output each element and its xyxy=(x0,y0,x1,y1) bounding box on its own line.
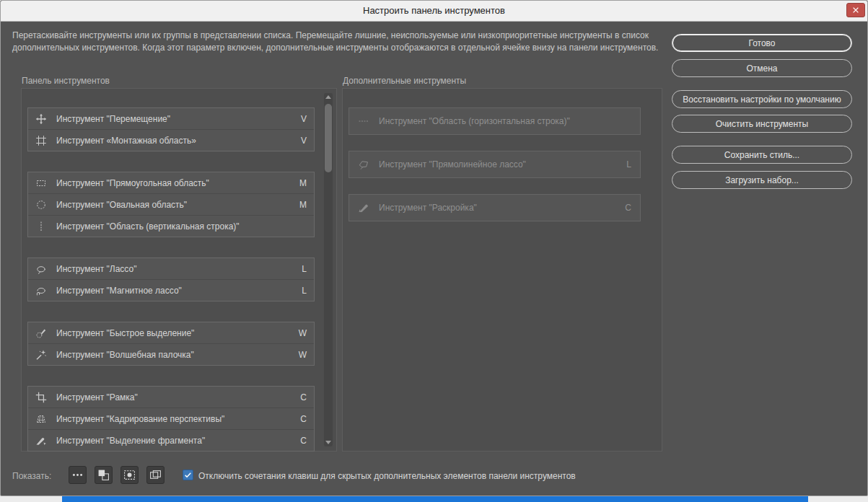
tool-group: Инструмент "Лассо"LИнструмент "Магнитное… xyxy=(27,257,315,301)
cancel-button[interactable]: Отмена xyxy=(672,59,852,77)
tool-label: Инструмент "Магнитное лассо" xyxy=(56,286,296,296)
screen-mode-toggle-button[interactable] xyxy=(146,466,165,484)
background-window-strip xyxy=(62,496,808,502)
tool-label: Инструмент «Монтажная область» xyxy=(56,136,295,146)
scrollbar-thumb[interactable] xyxy=(325,104,332,172)
tool-row[interactable]: Инструмент "Перемещение"V xyxy=(28,108,314,129)
dialog-title: Настроить панель инструментов xyxy=(1,5,867,16)
tool-row[interactable]: Инструмент "Раскройка"C xyxy=(348,194,641,221)
desktop: Настроить панель инструментов Перетаскив… xyxy=(0,0,868,502)
tool-label: Инструмент "Рамка" xyxy=(56,392,294,402)
tool-shortcut: C xyxy=(300,392,307,402)
tool-row[interactable]: Инструмент "Волшебная палочка"W xyxy=(28,343,314,365)
tool-shortcut: W xyxy=(299,350,307,360)
single-column-marquee-icon xyxy=(35,221,47,232)
quick-selection-icon xyxy=(35,327,47,339)
check-icon xyxy=(184,471,192,479)
show-toggle-group xyxy=(69,466,165,484)
tool-shortcut: L xyxy=(302,264,307,274)
disable-shortcuts-label: Отключить сочетания клавиш для скрытых д… xyxy=(198,471,576,481)
magic-wand-icon xyxy=(35,349,47,361)
clear-tools-button[interactable]: Очистить инструменты xyxy=(672,115,852,133)
ellipse-marquee-icon xyxy=(35,199,47,211)
color-swatches-toggle-button[interactable] xyxy=(95,466,113,484)
ellipsis-toggle-button[interactable] xyxy=(69,466,87,484)
tool-label: Инструмент "Овальная область" xyxy=(56,200,294,210)
load-preset-button[interactable]: Загрузить набор... xyxy=(672,171,852,189)
scroll-up-arrow-icon[interactable] xyxy=(325,95,331,99)
tool-group: Инструмент "Быстрое выделение"WИнструмен… xyxy=(27,322,315,366)
tool-row[interactable]: Инструмент "Кадрирование перспективы"C xyxy=(28,408,314,429)
quick-mask-toggle-button[interactable] xyxy=(120,466,139,484)
close-icon xyxy=(851,6,860,14)
polygonal-lasso-icon xyxy=(358,159,369,170)
tool-row[interactable]: Инструмент "Лассо"L xyxy=(28,258,314,279)
color-swatches-icon xyxy=(97,469,110,481)
tool-row[interactable]: Инструмент "Выделение фрагмента"C xyxy=(28,429,314,451)
tool-shortcut: M xyxy=(299,200,307,210)
show-label: Показать: xyxy=(12,471,51,481)
lasso-icon xyxy=(35,263,47,275)
magnetic-lasso-icon xyxy=(35,285,47,296)
dialog-titlebar[interactable]: Настроить панель инструментов xyxy=(1,1,867,22)
tool-label: Инструмент "Область (горизонтальная стро… xyxy=(379,116,626,126)
tool-group: Инструмент "Прямоугольная область"MИнстр… xyxy=(27,172,315,237)
tool-group: Инструмент "Перемещение"VИнструмент «Мон… xyxy=(27,107,315,151)
close-button[interactable] xyxy=(846,3,865,17)
tool-row[interactable]: Инструмент "Область (вертикальная строка… xyxy=(28,215,314,237)
extra-tools-panel: Инструмент "Область (горизонтальная стро… xyxy=(342,88,662,452)
tool-row[interactable]: Инструмент "Овальная область"M xyxy=(28,193,314,215)
tool-label: Инструмент "Лассо" xyxy=(56,264,296,274)
restore-defaults-button[interactable]: Восстановить настройки по умолчанию xyxy=(672,90,852,108)
tool-row[interactable]: Инструмент «Монтажная область»V xyxy=(28,129,314,151)
rect-marquee-icon xyxy=(35,177,47,189)
tool-group: Инструмент "Рамка"CИнструмент "Кадрирова… xyxy=(27,386,315,452)
tool-shortcut: V xyxy=(301,136,307,146)
slice-icon xyxy=(358,202,369,213)
tool-row[interactable]: Инструмент "Прямолинейное лассо"L xyxy=(348,151,641,178)
extra-tools-list: Инструмент "Область (горизонтальная стро… xyxy=(348,107,641,237)
dialog-description: Перетаскивайте инструменты или их группы… xyxy=(12,30,663,54)
tool-shortcut: V xyxy=(301,114,307,124)
artboard-icon xyxy=(35,135,47,146)
tool-row[interactable]: Инструмент "Рамка"C xyxy=(28,387,314,408)
tool-row[interactable]: Инструмент "Магнитное лассо"L xyxy=(28,279,314,301)
tool-row[interactable]: Инструмент "Область (горизонтальная стро… xyxy=(348,107,641,135)
tool-row[interactable]: Инструмент "Быстрое выделение"W xyxy=(28,322,314,343)
move-icon xyxy=(35,113,47,125)
screen-mode-icon xyxy=(149,469,162,481)
done-button[interactable]: Готово xyxy=(672,34,852,52)
tool-label: Инструмент "Быстрое выделение" xyxy=(56,328,293,338)
tool-label: Инструмент "Область (вертикальная строка… xyxy=(56,221,301,232)
tool-label: Инструмент "Перемещение" xyxy=(56,114,295,124)
ellipsis-icon xyxy=(71,469,84,481)
customize-toolbar-dialog: Настроить панель инструментов Перетаскив… xyxy=(0,0,868,496)
tool-label: Инструмент "Выделение фрагмента" xyxy=(56,436,294,446)
scroll-down-arrow-icon[interactable] xyxy=(325,441,331,444)
tool-shortcut: L xyxy=(626,159,631,169)
toolbar-panel-label: Панель инструментов xyxy=(22,76,110,86)
single-row-marquee-icon xyxy=(358,115,369,127)
tool-label: Инструмент "Прямоугольная область" xyxy=(56,178,294,188)
tool-shortcut: L xyxy=(302,286,307,296)
tool-shortcut: C xyxy=(625,203,631,213)
tool-label: Инструмент "Прямолинейное лассо" xyxy=(379,159,621,169)
save-preset-button[interactable]: Сохранить стиль... xyxy=(672,146,852,164)
tool-row[interactable]: Инструмент "Прямоугольная область"M xyxy=(28,172,314,193)
quick-mask-icon xyxy=(123,469,136,481)
tool-shortcut: M xyxy=(299,178,307,188)
tool-label: Инструмент "Раскройка" xyxy=(379,203,619,213)
slice-select-icon xyxy=(35,435,47,446)
crop-icon xyxy=(35,392,47,403)
extra-tools-label: Дополнительные инструменты xyxy=(343,76,466,86)
tool-label: Инструмент "Волшебная палочка" xyxy=(56,350,293,360)
tool-shortcut: W xyxy=(299,328,307,338)
toolbar-groups: Инструмент "Перемещение"VИнструмент «Мон… xyxy=(27,107,315,472)
tool-shortcut: C xyxy=(300,414,307,424)
disable-shortcuts-checkbox[interactable] xyxy=(183,470,193,480)
toolbar-tools-panel: Инструмент "Перемещение"VИнструмент «Мон… xyxy=(21,88,337,452)
tool-label: Инструмент "Кадрирование перспективы" xyxy=(56,414,294,424)
tool-shortcut: C xyxy=(300,436,307,446)
perspective-crop-icon xyxy=(35,413,47,425)
toolbar-scrollbar[interactable] xyxy=(324,93,333,446)
